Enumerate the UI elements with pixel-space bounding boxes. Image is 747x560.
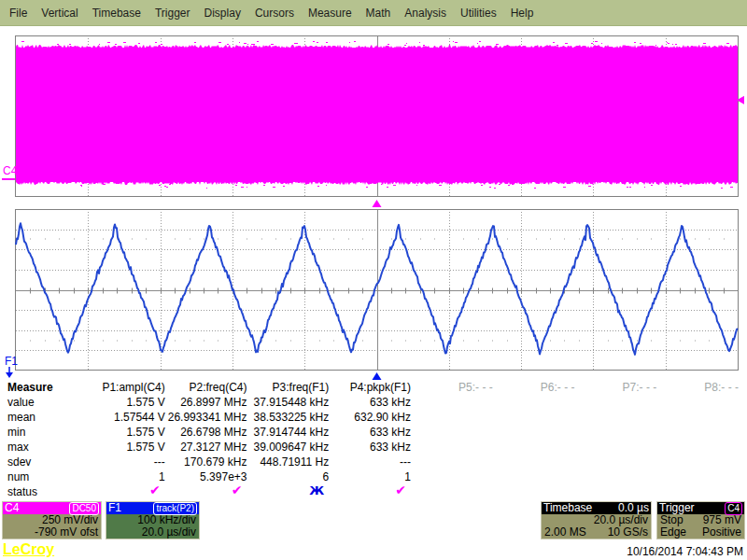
timebase-descriptor[interactable]: Timebase 0.0 µs 20.0 µs/div 2.00 MS10 GS… (541, 501, 652, 539)
measure-min-p3: 37.914744 kHz (247, 425, 330, 440)
c4-ground-marker[interactable] (2, 178, 15, 180)
measure-value-p6 (493, 395, 575, 410)
measure-mean-p4: 632.90 kHz (329, 410, 411, 425)
measure-max-p7 (575, 440, 657, 455)
timebase-label: Timebase (543, 502, 592, 514)
measure-status-p5 (411, 484, 493, 499)
status-check-icon-p1: ✔ (83, 484, 165, 499)
measure-sdev-p3: 448.71911 Hz (247, 455, 330, 469)
measure-col-header-p7[interactable]: P7:- - - (575, 380, 657, 395)
measure-row-label-max: max (0, 440, 83, 455)
measure-status-p7 (575, 484, 657, 499)
measure-max-p4: 633 kHz (329, 440, 411, 455)
measure-max-p5 (411, 440, 493, 455)
measure-col-header-p1[interactable]: P1:ampl(C4) (83, 380, 165, 395)
measure-max-p3: 39.009647 kHz (247, 440, 330, 455)
f1-offscreen-arrowhead (6, 372, 13, 378)
measure-row-label-min: min (0, 425, 83, 440)
measure-mean-p7 (575, 410, 657, 425)
channel-descriptor-c4[interactable]: C4 DC50 250 mV/div -790 mV ofst (2, 501, 102, 539)
measure-sdev-p6 (493, 455, 575, 469)
trace-descriptor-f1[interactable]: F1 track(P2) 100 kHz/div 20.0 µs/div (106, 501, 200, 539)
c4-trace-label: C4 (3, 164, 18, 177)
grid-bottom (16, 209, 739, 371)
measure-col-header-p3[interactable]: P3:freq(F1) (247, 380, 330, 395)
measure-status-p8 (656, 484, 739, 499)
f1-trace-label: F1 (5, 355, 18, 368)
measure-min-p5 (411, 425, 493, 440)
status-check-icon-p4: ✔ (329, 484, 411, 499)
f1-trace[interactable] (16, 223, 738, 355)
f1-time-marker[interactable] (373, 372, 382, 380)
measure-col-header-p2[interactable]: P2:freq(C4) (165, 380, 247, 395)
measure-sdev-p1: --- (83, 455, 165, 469)
timestamp: 10/16/2014 7:04:43 PM (627, 545, 743, 558)
measure-num-p3: 6 (247, 469, 330, 484)
measure-mean-p8 (656, 410, 739, 425)
measure-table: MeasureP1:ampl(C4)P2:freq(C4)P3:freq(F1)… (0, 380, 747, 499)
measure-min-p8 (656, 425, 739, 440)
c4-offset: -790 mV ofst (35, 526, 98, 539)
measure-sdev-p5 (411, 455, 493, 469)
scope-display: C4F1 (0, 0, 747, 383)
measure-max-p8 (656, 440, 739, 455)
measure-num-p6 (493, 469, 575, 484)
measure-sdev-p8 (656, 455, 739, 469)
measure-value-p1: 1.575 V (83, 395, 165, 410)
measure-value-p5 (411, 395, 493, 410)
measure-col-header-p4[interactable]: P4:pkpk(F1) (329, 380, 411, 395)
measure-col-header-p5[interactable]: P5:- - - (411, 380, 493, 395)
measure-row-label-sdev: sdev (0, 455, 83, 469)
measure-num-p8 (656, 469, 739, 484)
measure-col-header-p6[interactable]: P6:- - - (493, 380, 575, 395)
measure-row-label-mean: mean (0, 410, 83, 425)
trigger-slope: Positive (702, 526, 741, 539)
measure-title: Measure (0, 380, 83, 395)
measure-value-p4: 633 kHz (329, 395, 411, 410)
measure-max-p2: 27.3127 MHz (165, 440, 247, 455)
measure-value-p8 (656, 395, 739, 410)
measure-sdev-p7 (575, 455, 657, 469)
measure-max-p6 (493, 440, 575, 455)
status-busy-icon-p3: Ж (247, 484, 330, 499)
measure-row-label-num: num (0, 469, 83, 484)
timebase-samples: 2.00 MS (544, 526, 586, 539)
measure-num-p7 (575, 469, 657, 484)
trigger-time-marker[interactable] (373, 200, 382, 207)
measure-status-p6 (493, 484, 575, 499)
measure-value-p2: 26.8997 MHz (165, 395, 247, 410)
f1-tdiv: 20.0 µs/div (142, 526, 196, 539)
measure-mean-p1: 1.57544 V (83, 410, 165, 425)
measure-mean-p3: 38.533225 kHz (247, 410, 330, 425)
measure-mean-p6 (493, 410, 575, 425)
measure-max-p1: 1.575 V (83, 440, 165, 455)
measure-col-header-p8[interactable]: P8:- - - (656, 380, 739, 395)
c4-label: C4 (5, 502, 19, 514)
measure-min-p6 (493, 425, 575, 440)
measure-min-p4: 633 kHz (329, 425, 411, 440)
trigger-descriptor[interactable]: Trigger C4 Stop975 mV EdgePositive (656, 501, 745, 539)
measure-mean-p2: 26.993341 MHz (165, 410, 247, 425)
measure-num-p5 (411, 469, 493, 484)
measure-row-label-value: value (0, 395, 83, 410)
status-check-icon-p2: ✔ (165, 484, 247, 499)
measure-sdev-p2: 170.679 kHz (165, 455, 247, 469)
measure-sdev-p4: --- (329, 455, 411, 469)
lecroy-logo: LeCroy (3, 541, 54, 558)
trigger-type: Edge (660, 526, 686, 539)
measure-min-p2: 26.6798 MHz (165, 425, 247, 440)
measure-value-p7 (575, 395, 657, 410)
measure-min-p7 (575, 425, 657, 440)
f1-label: F1 (108, 502, 121, 514)
measure-value-p3: 37.915448 kHz (247, 395, 330, 410)
measure-min-p1: 1.575 V (83, 425, 165, 440)
timebase-rate: 10 GS/s (608, 526, 648, 539)
measure-row-label-status: status (0, 484, 83, 499)
measure-mean-p5 (411, 410, 493, 425)
c4-trace[interactable] (16, 41, 738, 189)
